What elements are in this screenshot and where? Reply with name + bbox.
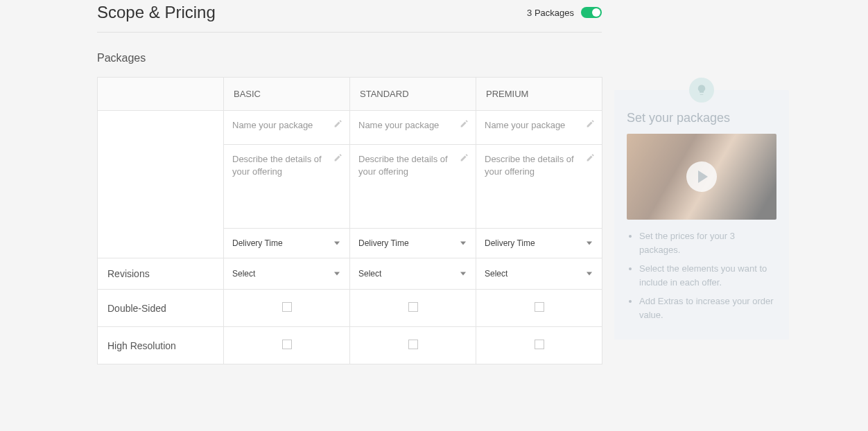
pencil-icon — [460, 153, 469, 162]
checkbox-highres-standard[interactable] — [408, 340, 418, 349]
checkbox-doublesided-standard[interactable] — [408, 302, 418, 312]
pencil-icon — [460, 119, 469, 128]
revisions-select-label: Select — [358, 269, 381, 279]
desc-placeholder: Describe the details of your offering — [358, 154, 448, 177]
checkbox-doublesided-basic[interactable] — [282, 302, 292, 312]
delivery-rowlabel — [98, 229, 224, 258]
divider — [97, 32, 602, 33]
name-placeholder: Name your package — [358, 120, 439, 130]
caret-down-icon — [334, 242, 340, 245]
caret-down-icon — [587, 242, 592, 245]
revisions-select-standard[interactable]: Select — [350, 259, 476, 288]
desc-placeholder: Describe the details of your offering — [485, 154, 574, 177]
checkbox-highres-premium[interactable] — [535, 340, 544, 349]
packages-toggle[interactable] — [581, 7, 602, 18]
column-standard: STANDARD — [350, 78, 476, 111]
feature-label: High Resolution — [98, 327, 224, 364]
name-placeholder: Name your package — [485, 120, 565, 130]
desc-placeholder: Describe the details of your offering — [232, 154, 322, 177]
delivery-select-standard[interactable]: Delivery Time — [350, 229, 476, 258]
revisions-select-basic[interactable]: Select — [224, 259, 349, 288]
tip-card: Set your packages Set the prices for you… — [614, 90, 789, 340]
packages-section-label: Packages — [97, 52, 602, 64]
revisions-select-premium[interactable]: Select — [476, 259, 602, 288]
pencil-icon — [333, 153, 342, 162]
checkbox-doublesided-premium[interactable] — [535, 302, 544, 312]
caret-down-icon — [587, 272, 592, 276]
desc-input-basic[interactable]: Describe the details of your offering — [224, 145, 349, 228]
name-input-basic[interactable]: Name your package — [224, 111, 349, 144]
table-row: Double-Sided — [98, 290, 602, 327]
revisions-select-label: Select — [485, 269, 507, 279]
caret-down-icon — [460, 242, 466, 245]
table-corner — [98, 78, 224, 111]
delivery-select-label: Delivery Time — [358, 238, 409, 248]
lightbulb-icon — [689, 78, 714, 103]
packages-toggle-label: 3 Packages — [527, 8, 574, 18]
checkbox-highres-basic[interactable] — [282, 340, 292, 349]
name-desc-rowlabel — [98, 111, 224, 229]
name-placeholder: Name your package — [232, 120, 313, 130]
tip-item: Add Extras to increase your order value. — [639, 294, 776, 322]
tip-title: Set your packages — [627, 111, 776, 125]
column-basic: BASIC — [224, 78, 350, 111]
delivery-select-premium[interactable]: Delivery Time — [476, 229, 602, 258]
pencil-icon — [333, 119, 342, 128]
feature-label: Double-Sided — [98, 290, 224, 327]
pencil-icon — [586, 153, 595, 162]
table-row: High Resolution — [98, 327, 602, 364]
revisions-select-label: Select — [232, 269, 255, 279]
name-input-standard[interactable]: Name your package — [350, 111, 476, 144]
delivery-select-basic[interactable]: Delivery Time — [224, 229, 349, 258]
caret-down-icon — [334, 272, 340, 276]
desc-input-standard[interactable]: Describe the details of your offering — [350, 145, 476, 228]
delivery-select-label: Delivery Time — [232, 238, 283, 248]
tip-list: Set the prices for your 3 packages. Sele… — [627, 229, 776, 322]
delivery-select-label: Delivery Time — [485, 238, 535, 248]
tip-item: Set the prices for your 3 packages. — [639, 229, 776, 256]
column-premium: PREMIUM — [476, 78, 602, 111]
tip-item: Select the elements you want to include … — [639, 262, 776, 289]
page-title: Scope & Pricing — [97, 3, 216, 22]
name-input-premium[interactable]: Name your package — [476, 111, 602, 144]
pencil-icon — [586, 119, 595, 128]
desc-input-premium[interactable]: Describe the details of your offering — [476, 145, 602, 228]
play-icon — [686, 161, 717, 192]
caret-down-icon — [460, 272, 466, 276]
tip-video-thumbnail[interactable] — [627, 134, 776, 220]
revisions-rowlabel: Revisions — [98, 258, 224, 290]
packages-table: BASIC STANDARD PREMIUM Name your package — [97, 77, 602, 364]
